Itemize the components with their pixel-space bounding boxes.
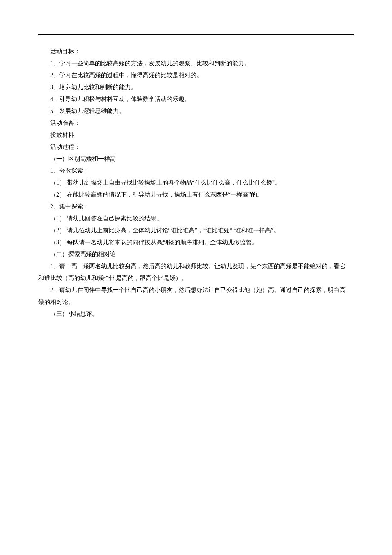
body-text: （3） 每队请一名幼儿将本队的同伴按从高到矮的顺序排列。全体幼儿做监督。 xyxy=(38,237,354,249)
body-text: 2、请幼儿在同伴中寻找一个比自己高的小朋友，然后想办法让自己变得比他（她）高。通… xyxy=(38,284,354,296)
body-text: 4、引导幼儿积极与材料互动，体验数学活动的乐趣。 xyxy=(38,93,354,105)
body-text: （2） 在能比较高矮的情况下，引导幼儿寻找，操场上有什么东西是“一样高”的。 xyxy=(38,189,354,201)
section-goals-title: 活动目标： xyxy=(38,46,354,58)
document-page: 活动目标： 1、学习一些简单的比较高矮的方法，发展幼儿的观察、比较和判断的能力。… xyxy=(0,0,392,346)
body-text: 3、培养幼儿比较和判断的能力。 xyxy=(38,81,354,93)
body-text: 1、请一高一矮两名幼儿比较身高，然后高的幼儿和教师比较。让幼儿发现，某个东西的高… xyxy=(38,260,354,272)
body-text: （1） 请幼儿回答在自己探索比较的结果。 xyxy=(38,213,354,225)
body-text: 1、分散探索： xyxy=(38,165,354,177)
horizontal-rule xyxy=(38,34,354,35)
section-prep-title: 活动准备： xyxy=(38,117,354,129)
body-text: 2、集中探索： xyxy=(38,201,354,213)
body-text: （2） 请几位幼儿上前比身高，全体幼儿讨论“谁比谁高”，“谁比谁矮”“谁和谁一样… xyxy=(38,225,354,237)
section-process-title: 活动过程： xyxy=(38,141,354,153)
body-text: （1） 带幼儿到操场上自由寻找比较操场上的各个物品“什么比什么高，什么比什么矮”… xyxy=(38,177,354,189)
body-text: 5、发展幼儿逻辑思维能力。 xyxy=(38,105,354,117)
subheading: （一）区别高矮和一样高 xyxy=(38,153,354,165)
body-text: 投放材料 xyxy=(38,129,354,141)
body-text: 和谁比较（高的幼儿和矮个比是高的，跟高个比是矮）。 xyxy=(38,272,354,284)
subheading: （二）探索高矮的相对论 xyxy=(38,249,354,260)
body-text: 2、学习在比较高矮的过程中，懂得高矮的比较是相对的。 xyxy=(38,69,354,81)
subheading: （三）小结总评。 xyxy=(38,308,354,320)
body-text: 矮的相对论。 xyxy=(38,296,354,308)
body-text: 1、学习一些简单的比较高矮的方法，发展幼儿的观察、比较和判断的能力。 xyxy=(38,58,354,69)
